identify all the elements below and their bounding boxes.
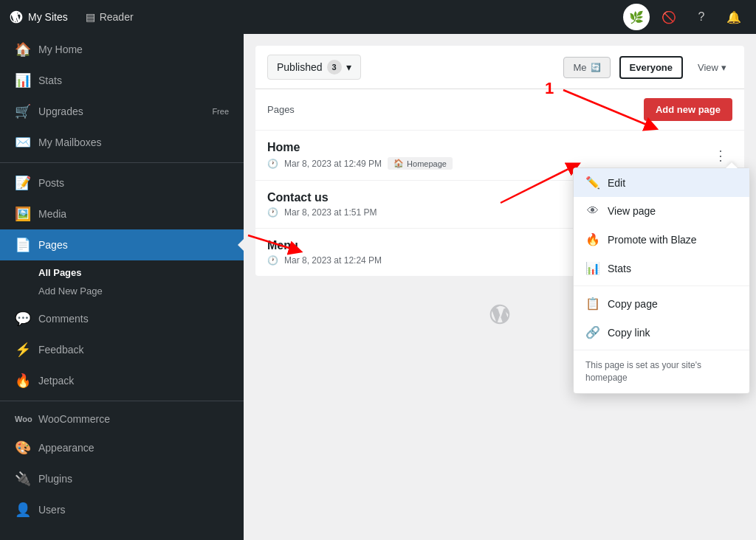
sidebar-item-stats[interactable]: 📊 Stats bbox=[0, 65, 244, 96]
wordpress-footer-icon bbox=[488, 302, 512, 326]
topbar: My Sites ▤ Reader 🌿 🚫 ? 🔔 bbox=[0, 0, 756, 34]
sidebar-item-label: Stats bbox=[38, 75, 62, 86]
sidebar-item-label: Jetpack bbox=[38, 375, 74, 387]
wordpress-logo-icon bbox=[9, 10, 24, 24]
home-icon: 🏠 bbox=[15, 41, 31, 58]
table-row: Home 🕐 Mar 8, 2023 at 12:49 PM 🏠 Homepag… bbox=[255, 131, 744, 181]
content-area: Published 3 ▾ Me 🔄 Everyone View ▾ Pages… bbox=[244, 34, 756, 540]
dropdown-copy-link-button[interactable]: 🔗 Copy link bbox=[574, 318, 749, 347]
mailboxes-icon: ✉️ bbox=[15, 134, 31, 150]
stats-menu-icon: 📊 bbox=[585, 261, 600, 275]
sidebar-item-label: Posts bbox=[38, 177, 64, 189]
forbidden-icon-button[interactable]: 🚫 bbox=[656, 4, 682, 30]
bell-icon-button[interactable]: 🔔 bbox=[721, 4, 747, 30]
woocommerce-icon: Woo bbox=[15, 415, 31, 423]
everyone-filter-button[interactable]: Everyone bbox=[619, 56, 684, 79]
edit-icon: ✏️ bbox=[585, 176, 600, 190]
chevron-down-icon: ▾ bbox=[346, 61, 351, 73]
me-label: Me bbox=[573, 62, 586, 73]
me-filter-button[interactable]: Me 🔄 bbox=[563, 57, 610, 78]
jetpack-icon: 🔥 bbox=[15, 373, 31, 389]
sidebar-item-appearance[interactable]: 🎨 Appearance bbox=[0, 432, 244, 463]
users-icon: 👤 bbox=[15, 502, 31, 518]
page-options-dropdown: ✏️ Edit 👁 View page 🔥 Promote with Blaze… bbox=[573, 167, 750, 394]
leaf-icon-button[interactable]: 🌿 bbox=[623, 4, 650, 30]
dropdown-arrow bbox=[726, 162, 738, 168]
page-info-home: Home 🕐 Mar 8, 2023 at 12:49 PM 🏠 Homepag… bbox=[267, 141, 709, 170]
sidebar-item-media[interactable]: 🖼️ Media bbox=[0, 198, 244, 229]
upgrades-icon: 🛒 bbox=[15, 103, 31, 120]
view-label: View bbox=[698, 62, 718, 73]
sidebar-item-label: Pages bbox=[38, 239, 68, 251]
sidebar-item-label: Comments bbox=[38, 313, 89, 325]
sidebar-item-jetpack[interactable]: 🔥 Jetpack bbox=[0, 365, 244, 396]
sidebar-item-woocommerce[interactable]: Woo WooCommerce bbox=[0, 406, 244, 432]
page-title-home: Home bbox=[267, 141, 709, 154]
blaze-icon: 🔥 bbox=[585, 232, 600, 246]
filter-bar: Published 3 ▾ Me 🔄 Everyone View ▾ bbox=[255, 46, 744, 89]
me-sync-icon: 🔄 bbox=[591, 63, 601, 72]
sidebar-item-feedback[interactable]: ⚡ Feedback bbox=[0, 334, 244, 365]
published-filter-button[interactable]: Published 3 ▾ bbox=[267, 55, 361, 80]
sidebar-item-pages[interactable]: 📄 Pages bbox=[0, 229, 244, 260]
topbar-right: 🌿 🚫 ? 🔔 bbox=[623, 4, 747, 30]
sidebar-item-label: My Mailboxes bbox=[38, 136, 102, 148]
sidebar-subitem-add-new-page[interactable]: Add New Page bbox=[38, 282, 244, 300]
my-sites-button[interactable]: My Sites bbox=[9, 10, 68, 24]
sidebar-item-label: Appearance bbox=[38, 442, 94, 454]
page-date-home: Mar 8, 2023 at 12:49 PM bbox=[284, 159, 382, 169]
homepage-label: Homepage bbox=[407, 159, 447, 168]
eye-icon: 👁 bbox=[585, 204, 600, 218]
sidebar-item-label: Plugins bbox=[38, 473, 72, 485]
sidebar-item-label: Feedback bbox=[38, 344, 83, 356]
sidebar-item-posts[interactable]: 📝 Posts bbox=[0, 167, 244, 198]
homepage-tag: 🏠 Homepage bbox=[388, 157, 453, 170]
pages-icon: 📄 bbox=[15, 237, 31, 253]
view-page-label: View page bbox=[608, 205, 656, 217]
add-new-page-button[interactable]: Add new page bbox=[644, 98, 732, 121]
edit-label: Edit bbox=[608, 177, 625, 189]
plugins-icon: 🔌 bbox=[15, 471, 31, 487]
sidebar-item-users[interactable]: 👤 Users bbox=[0, 494, 244, 525]
stats-label: Stats bbox=[608, 263, 631, 274]
copy-page-icon: 📋 bbox=[585, 297, 600, 311]
pages-header: Pages Add new page bbox=[255, 89, 744, 131]
published-label: Published bbox=[277, 61, 323, 73]
feedback-icon: ⚡ bbox=[15, 342, 31, 358]
dropdown-promote-blaze-button[interactable]: 🔥 Promote with Blaze bbox=[574, 225, 749, 254]
help-icon-button[interactable]: ? bbox=[688, 4, 715, 30]
dropdown-view-page-button[interactable]: 👁 View page bbox=[574, 197, 749, 225]
sidebar-item-label: My Home bbox=[38, 44, 83, 55]
link-icon: 🔗 bbox=[585, 325, 600, 339]
sidebar-item-upgrades[interactable]: 🛒 Upgrades Free bbox=[0, 96, 244, 127]
sidebar-item-label: Media bbox=[38, 208, 66, 220]
reader-icon: ▤ bbox=[86, 11, 95, 23]
sidebar-item-comments[interactable]: 💬 Comments bbox=[0, 303, 244, 334]
page-date-menu: Mar 8, 2023 at 12:24 PM bbox=[284, 255, 382, 266]
main-layout: 🏠 My Home 📊 Stats 🛒 Upgrades Free ✉️ My … bbox=[0, 34, 756, 540]
pages-arrow bbox=[238, 239, 244, 251]
sidebar-item-plugins[interactable]: 🔌 Plugins bbox=[0, 463, 244, 494]
clock-icon: 🕐 bbox=[267, 255, 278, 266]
comments-icon: 💬 bbox=[15, 311, 31, 327]
copy-page-label: Copy page bbox=[608, 298, 658, 310]
sidebar-item-label: WooCommerce bbox=[38, 413, 110, 425]
dropdown-stats-button[interactable]: 📊 Stats bbox=[574, 254, 749, 283]
sidebar-item-my-mailboxes[interactable]: ✉️ My Mailboxes bbox=[0, 127, 244, 158]
reader-button[interactable]: ▤ Reader bbox=[80, 8, 140, 26]
sidebar-item-my-home[interactable]: 🏠 My Home bbox=[0, 34, 244, 65]
promote-blaze-label: Promote with Blaze bbox=[608, 234, 697, 246]
pages-section-label: Pages bbox=[267, 104, 295, 115]
view-button[interactable]: View ▾ bbox=[692, 58, 732, 77]
sidebar-subitem-all-pages[interactable]: All Pages bbox=[38, 263, 244, 282]
everyone-label: Everyone bbox=[630, 62, 673, 73]
media-icon: 🖼️ bbox=[15, 206, 31, 222]
clock-icon: 🕐 bbox=[267, 207, 278, 218]
sidebar-item-label: Users bbox=[38, 504, 66, 516]
dropdown-edit-button[interactable]: ✏️ Edit bbox=[574, 168, 749, 197]
dropdown-copy-page-button[interactable]: 📋 Copy page bbox=[574, 289, 749, 318]
upgrades-badge: Free bbox=[212, 107, 229, 116]
copy-link-label: Copy link bbox=[608, 327, 650, 339]
reader-label: Reader bbox=[100, 11, 134, 23]
pages-section: Pages Add new page Home 🕐 Mar 8, 2023 at… bbox=[255, 89, 744, 276]
